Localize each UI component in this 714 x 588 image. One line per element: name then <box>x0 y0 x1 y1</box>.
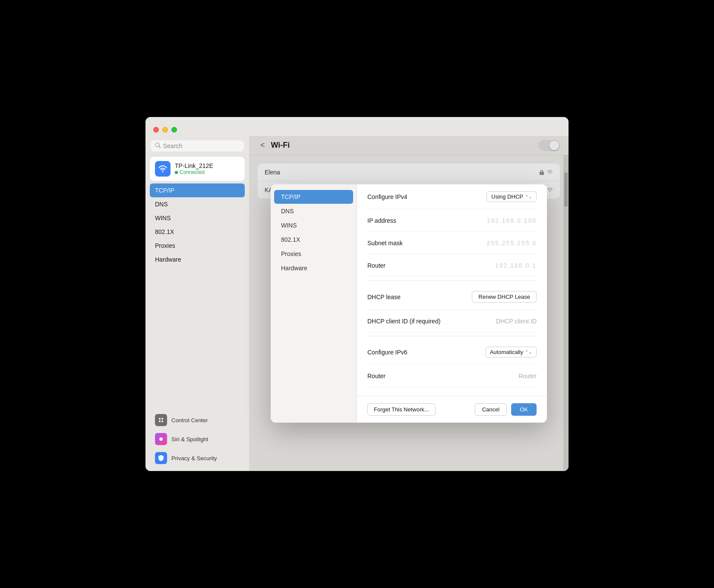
subnet-mask-label: Subnet mask <box>367 240 403 247</box>
router-ipv6-row: Router <box>367 365 537 387</box>
configure-ipv4-row: Configure IPv4 Using DHCP ⌃⌄ <box>367 184 537 209</box>
section-divider-1 <box>367 280 537 281</box>
modal-nav-item-tcp-ip[interactable]: TCP/IP <box>274 190 353 204</box>
configure-ipv6-row: Configure IPv6 Automatically ⌃⌄ <box>367 340 537 365</box>
sidebar-item-tcp-ip[interactable]: TCP/IP <box>150 183 245 197</box>
tcp-ip-modal: TCP/IP DNS WINS 802.1X Proxies Hardware <box>271 184 547 423</box>
right-panel: < Wi-Fi Elena <box>249 136 569 471</box>
modal-nav-item-proxies[interactable]: Proxies <box>274 247 353 261</box>
network-info: TP-Link_212E Connected <box>175 162 213 175</box>
dhcp-client-id-row: DHCP client ID (if required) <box>367 310 537 332</box>
router-ipv4-value: 192.168.0.1 <box>495 262 537 269</box>
sidebar-item-control-center[interactable]: Control Center <box>150 411 245 430</box>
title-bar <box>145 117 569 136</box>
svg-line-1 <box>159 147 161 148</box>
network-status: Connected <box>175 169 213 175</box>
network-item[interactable]: TP-Link_212E Connected <box>150 157 245 181</box>
control-center-icon <box>155 414 167 426</box>
footer-right-buttons: Cancel OK <box>475 403 537 416</box>
sidebar-item-dns[interactable]: DNS <box>150 197 245 211</box>
dropdown-arrow-ipv4: ⌃⌄ <box>525 194 532 199</box>
sidebar-item-siri-spotlight[interactable]: Siri & Spotlight <box>150 430 245 449</box>
svg-point-4 <box>159 420 161 422</box>
svg-point-6 <box>159 437 163 441</box>
sidebar-item-privacy-security[interactable]: Privacy & Security <box>150 449 245 468</box>
control-center-label: Control Center <box>171 417 208 424</box>
router-ipv4-label: Router <box>367 262 385 269</box>
svg-point-0 <box>155 143 159 147</box>
svg-point-3 <box>161 418 163 420</box>
modal-sidebar: TCP/IP DNS WINS 802.1X Proxies Hardware <box>271 184 357 423</box>
sidebar-item-802-1x[interactable]: 802.1X <box>150 225 245 239</box>
configure-ipv6-value: Automatically <box>490 349 523 355</box>
ip-address-value: 192.168.0.100 <box>487 217 537 224</box>
search-icon <box>155 142 161 149</box>
configure-ipv6-dropdown[interactable]: Automatically ⌃⌄ <box>485 347 537 357</box>
configure-ipv6-label: Configure IPv6 <box>367 349 408 356</box>
ok-button[interactable]: OK <box>511 403 537 416</box>
router-ipv4-row: Router 192.168.0.1 <box>367 254 537 277</box>
dhcp-client-id-input[interactable] <box>468 318 537 325</box>
router-ipv6-input[interactable] <box>468 373 537 379</box>
siri-spotlight-icon <box>155 433 167 445</box>
sidebar-item-wins[interactable]: WINS <box>150 211 245 225</box>
modal-body: TCP/IP DNS WINS 802.1X Proxies Hardware <box>271 184 547 423</box>
privacy-security-label: Privacy & Security <box>171 455 217 462</box>
cancel-button[interactable]: Cancel <box>475 403 507 416</box>
modal-nav-item-wins[interactable]: WINS <box>274 218 353 232</box>
forget-network-button[interactable]: Forget This Network... <box>367 403 436 416</box>
ip-address-row: IP address 192.168.0.100 <box>367 209 537 232</box>
privacy-security-icon <box>155 452 167 464</box>
close-button[interactable] <box>153 127 159 133</box>
modal-nav-item-dns[interactable]: DNS <box>274 204 353 218</box>
sidebar-bottom: Control Center Siri & Spotlight Privacy … <box>145 407 249 471</box>
minimize-button[interactable] <box>162 127 168 133</box>
sidebar-item-proxies[interactable]: Proxies <box>150 239 245 253</box>
main-layout: Search TP-Link_212E Connected <box>145 136 569 471</box>
sidebar: Search TP-Link_212E Connected <box>145 136 249 471</box>
status-dot <box>175 171 178 174</box>
modal-nav-item-802-1x[interactable]: 802.1X <box>274 233 353 247</box>
network-name: TP-Link_212E <box>175 162 213 169</box>
search-placeholder: Search <box>163 142 182 149</box>
sidebar-item-hardware[interactable]: Hardware <box>150 253 245 266</box>
main-window: Search TP-Link_212E Connected <box>145 117 569 471</box>
router-ipv6-label: Router <box>367 373 385 379</box>
section-divider-2 <box>367 336 537 336</box>
configure-ipv4-dropdown[interactable]: Using DHCP ⌃⌄ <box>487 191 537 202</box>
siri-spotlight-label: Siri & Spotlight <box>171 436 208 443</box>
configure-ipv4-label: Configure IPv4 <box>367 193 408 200</box>
modal-footer: Forget This Network... Cancel OK <box>357 396 547 423</box>
modal-scroll: Configure IPv4 Using DHCP ⌃⌄ IP address <box>357 184 547 396</box>
subnet-mask-row: Subnet mask 255.255.255.0 <box>367 232 537 254</box>
maximize-button[interactable] <box>171 127 177 133</box>
dropdown-arrow-ipv6: ⌃⌄ <box>525 350 532 354</box>
bottom-spacer <box>367 387 537 396</box>
modal-nav-item-hardware[interactable]: Hardware <box>274 261 353 275</box>
dhcp-client-id-label: DHCP client ID (if required) <box>367 318 440 325</box>
search-bar[interactable]: Search <box>151 140 244 152</box>
modal-overlay: TCP/IP DNS WINS 802.1X Proxies Hardware <box>249 136 569 471</box>
wifi-icon-box <box>155 161 171 177</box>
dhcp-lease-label: DHCP lease <box>367 294 401 300</box>
svg-point-2 <box>159 418 161 420</box>
svg-point-5 <box>161 420 163 422</box>
subnet-mask-value: 255.255.255.0 <box>487 240 537 247</box>
sidebar-nav-list: TCP/IP DNS WINS 802.1X Proxies Hardware <box>150 183 245 266</box>
renew-dhcp-button[interactable]: Renew DHCP Lease <box>472 291 537 303</box>
dhcp-lease-row: DHCP lease Renew DHCP Lease <box>367 284 537 310</box>
modal-content: Configure IPv4 Using DHCP ⌃⌄ IP address <box>357 184 547 423</box>
modal-nav-list: TCP/IP DNS WINS 802.1X Proxies Hardware <box>271 190 357 275</box>
ip-address-label: IP address <box>367 217 396 224</box>
configure-ipv4-value: Using DHCP <box>491 193 523 200</box>
network-status-text: Connected <box>180 169 205 175</box>
